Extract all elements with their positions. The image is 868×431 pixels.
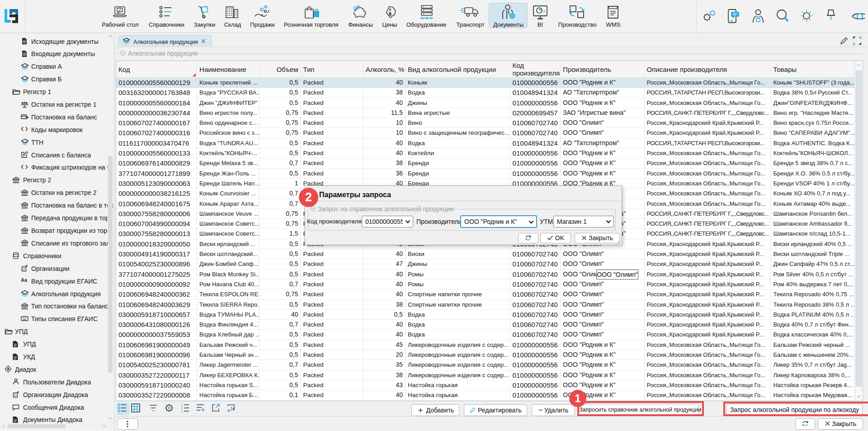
svg-text:1: 1 bbox=[181, 403, 183, 407]
svg-text:3: 3 bbox=[181, 410, 183, 413]
svg-text:2: 2 bbox=[181, 407, 183, 410]
